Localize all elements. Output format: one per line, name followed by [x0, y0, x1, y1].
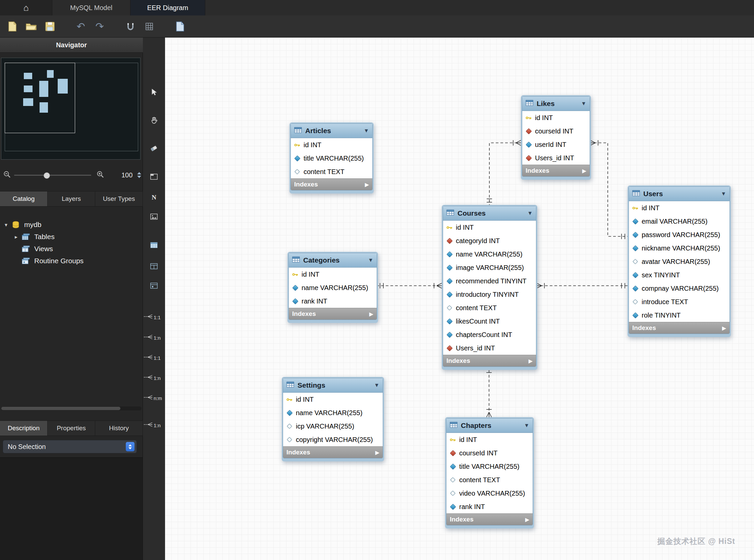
tab-mysql-model[interactable]: MySQL Model [52, 0, 131, 16]
relationship-line-likes-users[interactable] [589, 143, 629, 236]
tab-catalog[interactable]: Catalog [0, 192, 47, 206]
table-column-row[interactable]: recommended TINYINT [443, 274, 536, 288]
table-figure-users[interactable]: Users▼id INTemail VARCHAR(255)password V… [628, 185, 731, 337]
relationship-line-likes-courses[interactable] [489, 143, 522, 206]
table-figure-settings[interactable]: Settings▼id INTname VARCHAR(255)icp VARC… [282, 377, 384, 461]
collapse-caret-icon[interactable]: ▼ [368, 257, 373, 263]
zoom-step-up-icon[interactable] [137, 172, 141, 174]
new-diagram-button[interactable] [173, 19, 188, 34]
tab-layers[interactable]: Layers [47, 192, 95, 206]
collapse-caret-icon[interactable]: ▼ [581, 101, 586, 107]
indexes-footer[interactable]: Indexes▶ [289, 308, 377, 320]
table-tool[interactable] [143, 239, 165, 253]
minimap-viewport[interactable] [5, 63, 75, 133]
expand-arrow-icon[interactable]: ▶ [582, 168, 586, 174]
collapse-caret-icon[interactable]: ▼ [363, 128, 369, 134]
table-figure-articles[interactable]: Articles▼id INTtitle VARCHAR(255)content… [290, 122, 374, 194]
open-model-button[interactable] [23, 19, 39, 34]
tree-item-tables[interactable]: ▸ Tables [15, 231, 55, 243]
table-column-row[interactable]: id INT [289, 267, 377, 281]
table-column-row[interactable]: icp VARCHAR(255) [283, 420, 383, 433]
table-column-row[interactable]: id INT [629, 201, 730, 215]
tab-properties[interactable]: Properties [47, 421, 95, 436]
table-column-row[interactable]: copyright VARCHAR(255) [283, 433, 383, 446]
table-header[interactable]: Categories▼ [289, 253, 377, 267]
table-header[interactable]: Chapters▼ [447, 419, 533, 433]
indexes-footer[interactable]: Indexes▶ [443, 355, 536, 366]
eraser-tool[interactable] [143, 142, 165, 156]
table-header[interactable]: Articles▼ [291, 124, 372, 138]
table-column-row[interactable]: Users_id INT [443, 341, 536, 355]
table-figure-chapters[interactable]: Chapters▼id INTcourseId INTtitle VARCHAR… [445, 417, 534, 528]
table-header[interactable]: Settings▼ [283, 378, 383, 393]
diagram-canvas[interactable]: Articles▼id INTtitle VARCHAR(255)content… [165, 38, 754, 560]
expand-arrow-icon[interactable]: ▶ [525, 516, 529, 523]
indexes-footer[interactable]: Indexes▶ [522, 165, 590, 176]
table-figure-likes[interactable]: Likes▼id INTcourseId INTuserId INTUsers_… [521, 95, 591, 180]
table-column-row[interactable]: email VARCHAR(255) [629, 215, 730, 228]
expand-arrow-icon[interactable]: ▶ [529, 358, 533, 364]
table-figure-courses[interactable]: Courses▼id INTcategoryId INTname VARCHAR… [442, 205, 537, 370]
table-column-row[interactable]: likesCount INT [443, 315, 536, 328]
indexes-footer[interactable]: Indexes▶ [447, 513, 533, 525]
collapse-caret-icon[interactable]: ▼ [527, 210, 533, 216]
zoom-slider[interactable] [14, 172, 91, 178]
rel-n-m-identifying-tool[interactable]: n:m [143, 391, 165, 405]
cursor-tool[interactable] [143, 86, 165, 100]
table-column-row[interactable]: content TEXT [291, 165, 372, 178]
collapse-caret-icon[interactable]: ▼ [721, 191, 726, 197]
image-tool[interactable] [143, 211, 165, 224]
collapse-caret-icon[interactable]: ▼ [524, 422, 529, 428]
table-column-row[interactable]: nickname VARCHAR(255) [629, 241, 730, 255]
navigator-minimap[interactable] [1, 58, 141, 160]
routine-group-tool[interactable] [143, 280, 165, 293]
undo-button[interactable]: ↶ [73, 19, 88, 34]
zoom-slider-thumb[interactable] [44, 172, 50, 179]
redo-button[interactable]: ↷ [92, 19, 107, 34]
table-column-row[interactable]: courseId INT [522, 124, 590, 138]
table-column-row[interactable]: video VARCHAR(255) [447, 486, 533, 500]
chevron-down-icon[interactable]: ▾ [5, 222, 12, 228]
rel-1-1-non-identifying-tool[interactable]: 1:1 [143, 310, 165, 325]
tree-item-routine-groups[interactable]: Routine Groups [21, 255, 83, 267]
expand-arrow-icon[interactable]: ▶ [365, 181, 369, 188]
table-column-row[interactable]: sex TINYINT [629, 268, 730, 282]
table-column-row[interactable]: introductory TINYINT [443, 288, 536, 301]
expand-arrow-icon[interactable]: ▶ [375, 449, 379, 456]
tree-item-views[interactable]: Views [21, 243, 53, 255]
hand-tool[interactable] [143, 114, 165, 127]
table-column-row[interactable]: name VARCHAR(255) [289, 281, 377, 295]
table-column-row[interactable]: content TEXT [447, 473, 533, 486]
save-model-button[interactable] [42, 19, 58, 34]
table-column-row[interactable]: avatar VARCHAR(255) [629, 255, 730, 268]
magnet-toggle-button[interactable] [123, 19, 138, 34]
table-column-row[interactable]: rank INT [289, 295, 377, 308]
view-tool[interactable] [143, 260, 165, 274]
rel-1-n-referenced-tool[interactable]: 1:n [143, 418, 165, 433]
zoom-in-icon[interactable] [97, 171, 104, 179]
table-column-row[interactable]: title VARCHAR(255) [291, 152, 372, 165]
table-column-row[interactable]: role TINYINT [629, 308, 730, 322]
scrollbar-thumb[interactable] [1, 407, 120, 410]
collapse-caret-icon[interactable]: ▼ [374, 382, 379, 388]
tab-description[interactable]: Description [0, 421, 47, 436]
tree-item-mydb[interactable]: ▾ mydb [5, 219, 41, 231]
table-column-row[interactable]: name VARCHAR(255) [443, 247, 536, 261]
rel-1-n-identifying-tool[interactable]: 1:n [143, 371, 165, 385]
table-column-row[interactable]: id INT [522, 111, 590, 124]
zoom-step-down-icon[interactable] [137, 176, 141, 178]
table-column-row[interactable]: id INT [443, 221, 536, 234]
expand-arrow-icon[interactable]: ▶ [369, 311, 373, 317]
expand-arrow-icon[interactable]: ▶ [722, 325, 726, 331]
table-column-row[interactable]: compnay VARCHAR(255) [629, 282, 730, 295]
tab-user-types[interactable]: User Types [95, 192, 143, 206]
table-column-row[interactable]: image VARCHAR(255) [443, 261, 536, 274]
selection-dropdown[interactable]: No Selection [3, 440, 137, 453]
note-tool[interactable]: N [143, 191, 165, 204]
table-column-row[interactable]: id INT [291, 138, 372, 152]
new-model-button[interactable] [5, 19, 20, 34]
table-column-row[interactable]: courseId INT [447, 446, 533, 460]
indexes-footer[interactable]: Indexes▶ [283, 446, 383, 458]
indexes-footer[interactable]: Indexes▶ [291, 178, 372, 190]
table-column-row[interactable]: content TEXT [443, 301, 536, 315]
